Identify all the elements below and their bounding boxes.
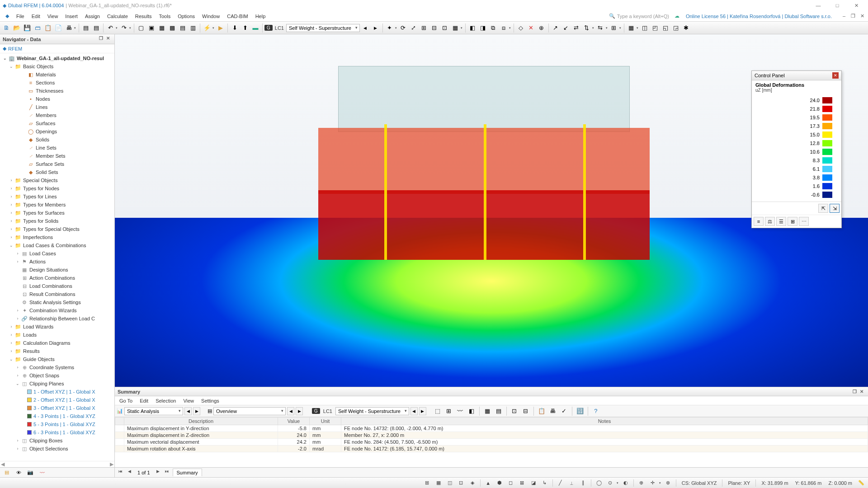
menu-help[interactable]: Help (252, 12, 269, 20)
save-button[interactable]: 💾 (22, 23, 32, 33)
copy-button[interactable]: 📋 (43, 23, 53, 33)
tree-item[interactable]: ›📁 Types for Members (0, 201, 114, 209)
table-row[interactable]: Maximum vectorial displacement 24.2 mm F… (115, 439, 868, 446)
tool-p[interactable]: ↙ (561, 23, 571, 33)
tree-item[interactable]: ›📁 Types for Special Objects (0, 225, 114, 233)
cp-tab-display[interactable]: ⊞ (788, 217, 797, 226)
col-notes[interactable]: Notes (341, 418, 868, 425)
tool-h[interactable]: ◧ (467, 23, 477, 33)
tree-item[interactable]: ›📁 Special Objects (0, 176, 114, 184)
sb-units-button[interactable]: 📏 (856, 479, 866, 488)
tree-item[interactable]: ◆ Solids (0, 136, 114, 144)
summary-dock-button[interactable]: ❐ (851, 389, 858, 394)
tree-clip-item[interactable]: 2 - Offset XYZ | 1 - Global X (0, 396, 114, 404)
cp-tab-more[interactable]: ⋯ (799, 217, 809, 226)
page-next[interactable]: ▶ (155, 469, 162, 476)
view6-button[interactable]: ▥ (188, 23, 198, 33)
hscroll-left[interactable]: ◀ (1, 461, 5, 467)
summary-menu-edit[interactable]: Edit (136, 397, 152, 404)
sb-axis-1[interactable]: ⊕ (637, 479, 646, 488)
tree-model[interactable]: ⌄🏢 Webinar_GA-1_all-updated_NO-resul (0, 54, 114, 62)
tree-item[interactable]: ›📁 Results (0, 347, 114, 355)
loadcase-combo[interactable]: Self Weight - Superstructure (286, 24, 360, 32)
sb-btn-5[interactable]: ◈ (467, 479, 477, 488)
tree-item[interactable]: ›📁 Loads (0, 331, 114, 339)
summary-close-button[interactable]: ✕ (858, 389, 865, 394)
tool-r[interactable]: ⇅ (582, 23, 592, 33)
menu-file[interactable]: File (13, 12, 28, 20)
cp-tab-factors[interactable]: ⚖ (765, 217, 775, 226)
tool-e[interactable]: ⊟ (429, 23, 439, 33)
tree-item[interactable]: ⚙ Static Analysis Settings (0, 298, 114, 306)
tool-j[interactable]: ⧉ (488, 23, 498, 33)
tool-g[interactable]: ▦ (450, 23, 460, 33)
tree-item[interactable]: ›📁 Types for Surfaces (0, 209, 114, 217)
sum-tool-12[interactable]: 🔢 (575, 406, 585, 416)
tool-t[interactable]: ⊞ (609, 23, 619, 33)
sb-axis-3[interactable]: ⊗ (663, 479, 673, 488)
tool-l[interactable]: ◇ (516, 23, 526, 33)
sb-draw-1[interactable]: ╱ (556, 479, 566, 488)
tree-item[interactable]: ›✦ Combination Wizards (0, 306, 114, 314)
sb-mode-2[interactable]: ⊙ (605, 479, 615, 488)
tree-item[interactable]: ▭ Thicknesses (0, 87, 114, 95)
sb-snap-2[interactable]: ⬢ (495, 479, 505, 488)
tree-guide[interactable]: ⌄📁 Guide Objects (0, 355, 114, 363)
sb-snap-6[interactable]: ↳ (540, 479, 550, 488)
tree-item[interactable]: ⟋ Members (0, 111, 114, 119)
app-menu-icon[interactable]: ◆ (2, 12, 13, 20)
overview-prev[interactable]: ◀ (287, 407, 294, 415)
tree-item[interactable]: ⊟ Load Combinations (0, 282, 114, 290)
page-last[interactable]: ⏭ (164, 469, 171, 476)
load1-button[interactable]: ⬇ (230, 23, 240, 33)
table-row[interactable]: Maximum rotation about X-axis -2.0 mrad … (115, 446, 868, 452)
mdi-restore-button[interactable]: ❐ (849, 13, 857, 19)
col-value[interactable]: Value (278, 418, 310, 425)
analysis-combo[interactable]: Static Analysis (124, 407, 183, 415)
tree-item[interactable]: • Nodes (0, 95, 114, 103)
new-button[interactable]: 🗎 (1, 23, 11, 33)
status-cs[interactable]: CS: Global XYZ (679, 480, 720, 486)
tree-clip-item[interactable]: 1 - Offset XYZ | 1 - Global X (0, 388, 114, 396)
calc-button[interactable]: ▶ (216, 23, 226, 33)
summary-menu-view[interactable]: View (179, 397, 198, 404)
tool-a[interactable]: ✦ (385, 23, 395, 33)
menu-options[interactable]: Options (174, 12, 198, 20)
sb-snap-4[interactable]: ⊠ (517, 479, 527, 488)
tree-item[interactable]: ›📁 Types for Solids (0, 217, 114, 225)
tree-item[interactable]: ›⊕ Coordinate Systems (0, 363, 114, 371)
tool-z[interactable]: ✱ (681, 23, 691, 33)
tool-m[interactable]: ✕ (526, 23, 536, 33)
sum-tool-1[interactable]: ⬚ (433, 406, 443, 416)
lc-prev-button[interactable]: ◀ (360, 23, 370, 33)
list2-button[interactable]: ▤ (91, 23, 101, 33)
tool-d[interactable]: ⊞ (419, 23, 429, 33)
list1-button[interactable]: ▤ (81, 23, 91, 33)
keyword-search[interactable]: 🔍 Type a keyword (Alt+Q) (605, 13, 673, 19)
page-prev[interactable]: ◀ (126, 469, 133, 476)
analysis-next[interactable]: ▶ (193, 407, 200, 415)
menu-results[interactable]: Results (132, 12, 156, 20)
analysis-prev[interactable]: ◀ (184, 407, 192, 415)
tree-item[interactable]: ⟋ Member Sets (0, 152, 114, 160)
sb-draw-3[interactable]: ∥ (578, 479, 588, 488)
control-panel[interactable]: Control Panel ✕ Global Deformations uZ [… (751, 70, 842, 228)
mdi-close-button[interactable]: ✕ (858, 13, 866, 19)
tree-item[interactable]: ›📁 Calculation Diagrams (0, 339, 114, 347)
tree-item[interactable]: ▱ Surface Sets (0, 160, 114, 168)
report-button[interactable]: 📄 (53, 23, 63, 33)
tree-item[interactable]: ╱ Lines (0, 103, 114, 111)
sum-tool-3[interactable]: 〰 (455, 406, 465, 416)
menu-view[interactable]: View (44, 12, 62, 20)
sb-btn-1[interactable]: ⊞ (422, 479, 432, 488)
tree-item[interactable]: ◧ Materials (0, 70, 114, 79)
tree-item[interactable]: ›◫ Clipping Boxes (0, 436, 114, 445)
summary-table[interactable]: Description Value Unit Notes Maximum dis… (115, 417, 868, 467)
view2-button[interactable]: ▣ (146, 23, 156, 33)
tool-w[interactable]: ◰ (650, 23, 660, 33)
navigator-root[interactable]: ◆ RFEM (0, 44, 114, 53)
print-button[interactable]: 🖶 (64, 23, 74, 33)
view1-button[interactable]: ▢ (136, 23, 146, 33)
menu-assign[interactable]: Assign (81, 12, 104, 20)
tool-k[interactable]: ⧈ (499, 23, 509, 33)
